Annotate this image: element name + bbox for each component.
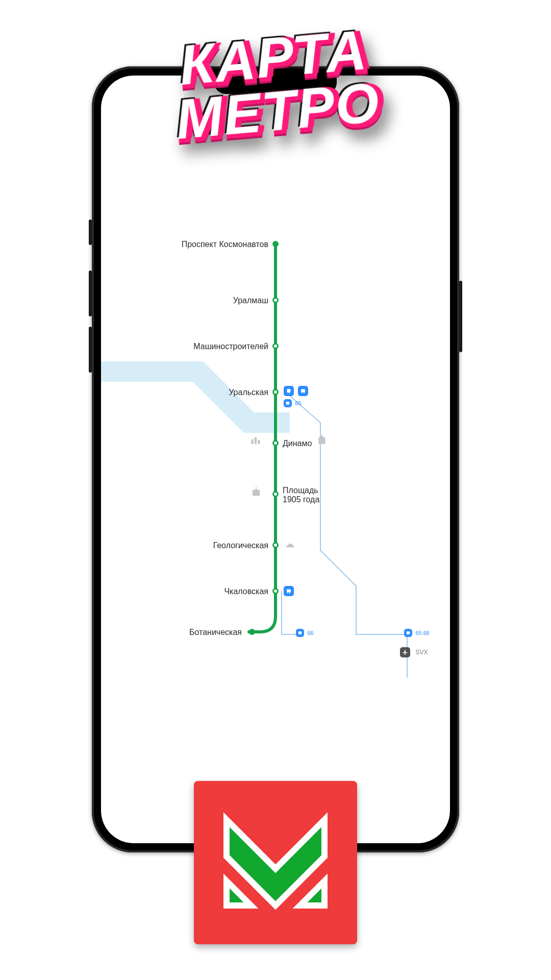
airplane-icon — [400, 647, 410, 657]
phone-volume-up — [89, 271, 92, 316]
transport-node-east: 65.66 — [403, 628, 430, 637]
station-label: Уральская — [229, 388, 276, 397]
landmark-icon — [249, 433, 262, 448]
bus-route-label: 65 — [295, 400, 301, 406]
svg-rect-9 — [287, 590, 291, 593]
metro-line-1 — [101, 76, 450, 841]
airport-code: SVX — [415, 649, 428, 656]
phone-volume-down — [89, 327, 92, 373]
phone-silence-switch — [89, 219, 92, 245]
station-label: Чкаловская — [224, 587, 276, 596]
bus-route-label: 65.66 — [415, 630, 430, 636]
app-icon-metro — [194, 781, 357, 944]
station-label: Динамо — [276, 439, 312, 448]
station-label: Площадь 1905 года — [276, 486, 334, 504]
svg-point-5 — [304, 393, 305, 394]
bus-route-label: 66 — [307, 630, 313, 636]
svg-rect-12 — [298, 631, 302, 634]
svg-point-10 — [287, 593, 288, 594]
svg-point-14 — [300, 634, 302, 635]
svg-point-4 — [302, 393, 303, 394]
svg-point-17 — [409, 634, 410, 635]
transport-badge-botanicheskaya: 66 — [295, 628, 314, 637]
svg-point-16 — [407, 634, 408, 635]
station-label: Уралмаш — [233, 296, 276, 305]
svg-rect-2 — [289, 393, 290, 394]
bus-icon — [404, 629, 412, 637]
station-label: Ботаническая — [189, 628, 249, 637]
bus-icon — [284, 586, 294, 596]
svg-rect-15 — [407, 631, 410, 634]
station-label: Геологическая — [213, 541, 276, 550]
transport-badges-uralskaya: 65 — [283, 386, 309, 407]
metro-map[interactable]: Проспект Космонавтов Уралмаш Машинострои… — [101, 76, 450, 843]
landmark-icon — [284, 538, 297, 551]
station-label: Проспект Космонавтов — [182, 240, 276, 249]
station-botanicheskaya[interactable] — [249, 629, 255, 635]
svg-point-8 — [288, 404, 289, 405]
transport-badge-chkalovskaya — [283, 586, 295, 596]
bus-icon — [284, 399, 292, 407]
tram-icon — [284, 386, 294, 396]
phone-power-button — [459, 281, 462, 352]
bus-icon — [298, 386, 308, 396]
airport-badge: SVX — [399, 647, 428, 657]
svg-rect-1 — [288, 393, 288, 394]
svg-rect-0 — [287, 389, 291, 393]
svg-rect-6 — [286, 402, 290, 404]
metro-m-logo — [214, 801, 337, 924]
landmark-icon — [315, 433, 329, 448]
svg-point-7 — [287, 404, 288, 405]
svg-point-11 — [289, 593, 290, 594]
svg-point-13 — [299, 634, 300, 635]
svg-rect-3 — [301, 389, 305, 393]
phone-screen: Проспект Космонавтов Уралмаш Машинострои… — [101, 76, 450, 843]
bus-icon — [296, 629, 304, 637]
station-label: Машиностроителей — [193, 342, 276, 351]
app-title-banner: КАРТА МЕТРО — [169, 22, 382, 146]
station-label-text: Площадь 1905 года — [283, 486, 334, 504]
landmark-icon — [249, 484, 263, 500]
phone-frame: Проспект Космонавтов Уралмаш Машинострои… — [92, 66, 459, 852]
